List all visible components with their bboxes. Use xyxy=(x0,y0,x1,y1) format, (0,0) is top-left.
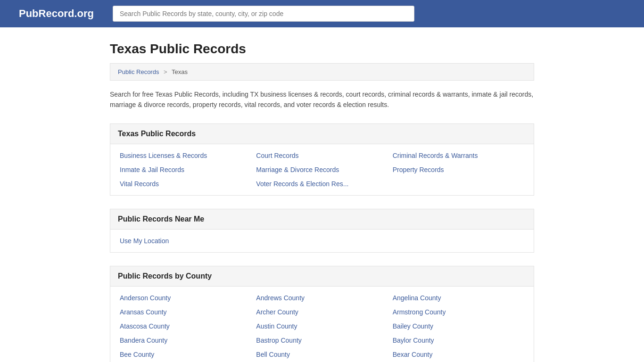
texas-records-section: Texas Public Records Business Licenses &… xyxy=(110,123,534,196)
page-description: Search for free Texas Public Records, in… xyxy=(110,89,534,110)
header: PubRecord.org xyxy=(0,0,644,27)
record-link-5[interactable]: Property Records xyxy=(393,166,524,173)
county-section: Public Records by County Anderson County… xyxy=(110,266,534,362)
county-link-0[interactable]: Anderson County xyxy=(120,294,251,302)
county-link-5[interactable]: Armstrong County xyxy=(393,308,524,316)
county-heading: Public Records by County xyxy=(110,266,534,287)
records-grid: Business Licenses & RecordsCourt Records… xyxy=(120,152,524,188)
breadcrumb: Public Records > Texas xyxy=(110,63,534,81)
texas-records-heading: Texas Public Records xyxy=(110,124,534,144)
county-link-13[interactable]: Bell County xyxy=(256,351,388,358)
near-me-section: Public Records Near Me Use My Location xyxy=(110,209,534,253)
breadcrumb-separator: > xyxy=(164,68,167,75)
record-link-7[interactable]: Voter Records & Election Res... xyxy=(256,180,388,188)
county-link-14[interactable]: Bexar County xyxy=(393,351,524,358)
breadcrumb-current: Texas xyxy=(172,68,188,75)
county-link-10[interactable]: Bastrop County xyxy=(256,337,388,344)
breadcrumb-parent-link[interactable]: Public Records xyxy=(118,68,159,75)
record-link-3[interactable]: Inmate & Jail Records xyxy=(120,166,251,173)
county-link-7[interactable]: Austin County xyxy=(256,322,388,330)
record-link-4[interactable]: Marriage & Divorce Records xyxy=(256,166,388,173)
near-me-heading: Public Records Near Me xyxy=(110,209,534,230)
county-link-2[interactable]: Angelina County xyxy=(393,294,524,302)
record-link-2[interactable]: Criminal Records & Warrants xyxy=(393,152,524,159)
page-title: Texas Public Records xyxy=(110,41,534,57)
texas-records-body: Business Licenses & RecordsCourt Records… xyxy=(110,144,534,195)
county-link-4[interactable]: Archer County xyxy=(256,308,388,316)
site-logo: PubRecord.org xyxy=(19,8,94,20)
county-link-12[interactable]: Bee County xyxy=(120,351,251,358)
county-link-1[interactable]: Andrews County xyxy=(256,294,388,302)
record-link-0[interactable]: Business Licenses & Records xyxy=(120,152,251,159)
record-link-1[interactable]: Court Records xyxy=(256,152,388,159)
main-content: Texas Public Records Public Records > Te… xyxy=(100,41,544,362)
county-link-3[interactable]: Aransas County xyxy=(120,308,251,316)
county-body: Anderson CountyAndrews CountyAngelina Co… xyxy=(110,287,534,362)
record-link-6[interactable]: Vital Records xyxy=(120,180,251,188)
county-link-8[interactable]: Bailey County xyxy=(393,322,524,330)
county-link-9[interactable]: Bandera County xyxy=(120,337,251,344)
county-grid: Anderson CountyAndrews CountyAngelina Co… xyxy=(120,294,524,358)
county-link-6[interactable]: Atascosa County xyxy=(120,322,251,330)
use-my-location-link[interactable]: Use My Location xyxy=(120,237,169,245)
near-me-body: Use My Location xyxy=(110,230,534,252)
search-input[interactable] xyxy=(113,6,414,22)
county-link-11[interactable]: Baylor County xyxy=(393,337,524,344)
